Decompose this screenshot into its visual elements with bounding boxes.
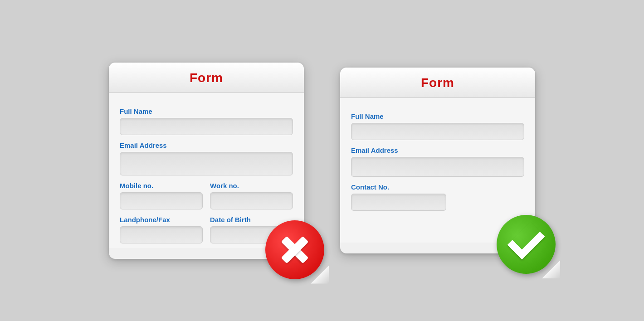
success-sticker-circle	[497, 215, 556, 274]
full-name-label-left: Full Name	[120, 107, 293, 115]
landphone-label-left: Landphone/Fax	[120, 216, 203, 224]
mobile-input-left[interactable]	[120, 192, 203, 209]
email-input-right[interactable]	[351, 157, 524, 177]
email-input-left[interactable]	[120, 152, 293, 175]
form-header-right: Form	[340, 68, 535, 98]
work-label-left: Work no.	[210, 182, 293, 190]
landphone-col-left: Landphone/Fax	[120, 209, 203, 243]
phone-row-left: Mobile no. Work no.	[120, 175, 293, 209]
email-label-right: Email Address	[351, 146, 524, 154]
work-input-left[interactable]	[210, 192, 293, 209]
mobile-col-left: Mobile no.	[120, 175, 203, 209]
x-icon	[281, 236, 308, 263]
full-name-input-right[interactable]	[351, 123, 524, 140]
form-header-left: Form	[109, 63, 304, 93]
form-title-left: Form	[109, 71, 304, 85]
full-name-label-right: Full Name	[351, 112, 524, 120]
checkmark-icon	[510, 229, 542, 260]
form-right: Form Full Name Email Address Contact No.	[340, 68, 535, 253]
landphone-input-left[interactable]	[120, 226, 203, 243]
contact-label-right: Contact No.	[351, 183, 524, 191]
error-sticker-circle	[265, 220, 324, 279]
email-label-left: Email Address	[120, 141, 293, 149]
mobile-label-left: Mobile no.	[120, 182, 203, 190]
success-sticker	[497, 215, 556, 274]
contact-input-right[interactable]	[351, 194, 446, 211]
full-name-input-left[interactable]	[120, 118, 293, 135]
form-left: Form Full Name Email Address Mobile no. …	[109, 63, 304, 259]
form-title-right: Form	[340, 76, 535, 90]
work-col-left: Work no.	[210, 175, 293, 209]
error-sticker	[265, 220, 324, 279]
